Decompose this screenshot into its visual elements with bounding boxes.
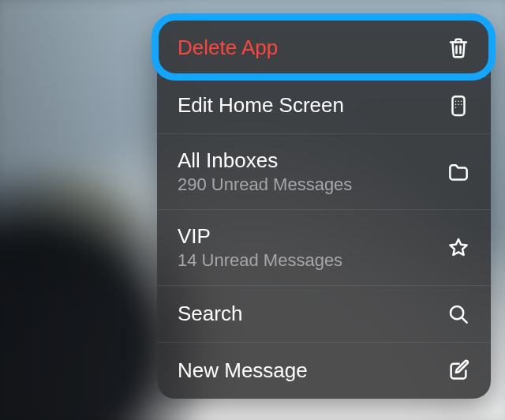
search-label: Search xyxy=(178,302,242,326)
svg-point-5 xyxy=(458,103,459,105)
svg-point-4 xyxy=(455,103,457,105)
trash-icon xyxy=(447,36,470,60)
delete-app-item[interactable]: Delete App xyxy=(157,20,491,77)
compose-icon xyxy=(447,359,470,383)
folder-icon xyxy=(447,160,470,184)
new-message-label: New Message xyxy=(178,358,308,383)
vip-label: VIP xyxy=(178,224,342,249)
svg-point-6 xyxy=(461,103,462,105)
edit-home-screen-label: Edit Home Screen xyxy=(178,93,344,118)
vip-item[interactable]: VIP 14 Unread Messages xyxy=(157,209,491,285)
svg-rect-0 xyxy=(453,96,465,115)
magnifying-glass-icon xyxy=(447,302,470,326)
context-menu: Delete App Edit Home Screen All Inboxes … xyxy=(157,20,491,399)
all-inboxes-texts: All Inboxes 290 Unread Messages xyxy=(178,148,352,196)
apps-on-phone-icon xyxy=(447,94,470,118)
star-icon xyxy=(447,236,470,260)
svg-point-2 xyxy=(458,100,459,102)
svg-point-1 xyxy=(455,100,457,102)
all-inboxes-subtitle: 290 Unread Messages xyxy=(178,174,352,195)
search-item[interactable]: Search xyxy=(157,285,491,342)
all-inboxes-item[interactable]: All Inboxes 290 Unread Messages xyxy=(157,133,491,209)
all-inboxes-label: All Inboxes xyxy=(178,148,352,173)
vip-texts: VIP 14 Unread Messages xyxy=(178,224,342,272)
new-message-item[interactable]: New Message xyxy=(157,342,491,399)
delete-app-label: Delete App xyxy=(178,36,278,60)
svg-point-7 xyxy=(455,107,457,108)
edit-home-screen-item[interactable]: Edit Home Screen xyxy=(157,77,491,133)
svg-point-3 xyxy=(461,100,462,102)
vip-subtitle: 14 Unread Messages xyxy=(178,250,342,271)
